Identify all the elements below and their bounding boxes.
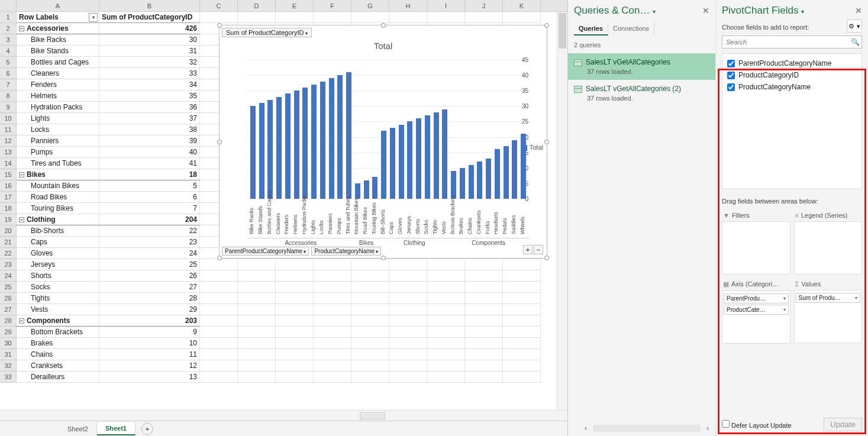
cell[interactable]: Road Bikes	[17, 192, 99, 203]
cell[interactable]: 30	[99, 34, 200, 46]
filters-drop-area[interactable]	[722, 221, 790, 274]
cell[interactable]	[427, 372, 465, 383]
cell[interactable]	[351, 270, 389, 282]
cell[interactable]	[200, 293, 238, 304]
cell[interactable]: 41	[99, 158, 200, 169]
cell[interactable]	[503, 259, 541, 270]
row-header[interactable]: 21	[0, 237, 17, 248]
cell[interactable]	[314, 293, 351, 304]
row-header[interactable]: 23	[0, 259, 17, 270]
cell[interactable]	[389, 372, 427, 383]
cell[interactable]	[465, 327, 503, 338]
cell[interactable]	[238, 360, 276, 372]
row-header[interactable]: 9	[0, 102, 17, 113]
cell[interactable]: Pumps	[17, 147, 99, 158]
cell[interactable]	[389, 12, 427, 23]
chart-bar[interactable]	[451, 171, 456, 199]
cell[interactable]	[351, 259, 389, 270]
chart-bar[interactable]	[434, 112, 439, 199]
connections-tab[interactable]: Connections	[608, 22, 654, 35]
row-header[interactable]: 6	[0, 68, 17, 79]
cell[interactable]: 18	[99, 169, 200, 180]
cell[interactable]	[465, 349, 503, 360]
cell[interactable]: 7	[99, 203, 200, 214]
cell[interactable]	[427, 315, 465, 327]
row-header[interactable]: 30	[0, 338, 17, 349]
cell[interactable]	[238, 12, 276, 23]
area-field-pill[interactable]: ParentProdu…▾	[724, 293, 789, 303]
col-header-h[interactable]: H	[389, 0, 427, 11]
row-header[interactable]: 28	[0, 315, 17, 327]
cell[interactable]	[427, 304, 465, 315]
col-header-d[interactable]: D	[238, 0, 276, 11]
sheet-tab-sheet2[interactable]: Sheet2	[59, 423, 97, 435]
cell[interactable]: Caps	[17, 237, 99, 248]
cell[interactable]: 31	[99, 46, 200, 57]
cell[interactable]: 25	[99, 259, 200, 270]
cell[interactable]: 40	[99, 147, 200, 158]
col-header-b[interactable]: B	[99, 0, 200, 11]
cell[interactable]: Fenders	[17, 79, 99, 91]
cell[interactable]	[465, 282, 503, 293]
cell[interactable]	[314, 372, 351, 383]
chart-bar[interactable]	[381, 131, 386, 199]
cell[interactable]	[389, 270, 427, 282]
cell[interactable]	[389, 327, 427, 338]
chart-bar[interactable]	[460, 168, 465, 199]
row-header[interactable]: 3	[0, 34, 17, 46]
cell[interactable]: Sum of ProductCategoryID	[99, 12, 200, 23]
cell[interactable]: Brakes	[17, 338, 99, 349]
cell[interactable]	[465, 293, 503, 304]
cell[interactable]	[389, 349, 427, 360]
cell[interactable]	[465, 315, 503, 327]
cell[interactable]	[200, 338, 238, 349]
cell[interactable]	[427, 12, 465, 23]
cell[interactable]: Bib-Shorts	[17, 225, 99, 237]
row-header[interactable]: 22	[0, 248, 17, 259]
cell[interactable]	[314, 327, 351, 338]
row-header[interactable]: 14	[0, 158, 17, 169]
chart-axis-button-category[interactable]: ProductCategoryName	[311, 247, 381, 256]
cell[interactable]	[238, 304, 276, 315]
cell[interactable]	[200, 315, 238, 327]
cell[interactable]	[503, 293, 541, 304]
chart-values-field-button[interactable]: Sum of ProductCategoryID	[222, 28, 312, 37]
cell[interactable]: −Components	[17, 315, 99, 327]
row-header[interactable]: 10	[0, 113, 17, 124]
cell[interactable]	[276, 338, 314, 349]
cell[interactable]: Vests	[17, 304, 99, 315]
cell[interactable]	[276, 293, 314, 304]
cell[interactable]: 38	[99, 124, 200, 135]
row-header[interactable]: 4	[0, 46, 17, 57]
cell[interactable]	[503, 315, 541, 327]
chart-bar[interactable]	[364, 180, 369, 199]
axis-drop-area[interactable]: ParentProdu…▾ProductCate…▾	[722, 290, 790, 344]
chart-bar[interactable]	[477, 162, 482, 199]
cell[interactable]	[351, 349, 389, 360]
cell[interactable]	[427, 360, 465, 372]
col-header-g[interactable]: G	[351, 0, 389, 11]
cell[interactable]	[276, 282, 314, 293]
col-header-a[interactable]: A	[17, 0, 99, 11]
cell[interactable]: 13	[99, 372, 200, 383]
cell[interactable]	[389, 360, 427, 372]
cell[interactable]	[314, 282, 351, 293]
chart-bar[interactable]	[355, 183, 360, 199]
cell[interactable]: 33	[99, 68, 200, 79]
cell[interactable]	[200, 304, 238, 315]
chart-bar[interactable]	[486, 159, 491, 199]
col-header-j[interactable]: J	[465, 0, 503, 11]
cell[interactable]	[200, 270, 238, 282]
row-header[interactable]: 16	[0, 180, 17, 192]
select-all-corner[interactable]	[0, 0, 17, 11]
collapse-icon[interactable]: −	[19, 172, 24, 177]
cell[interactable]	[314, 304, 351, 315]
cell[interactable]: 26	[99, 270, 200, 282]
cell[interactable]	[465, 338, 503, 349]
chart-bar[interactable]	[250, 106, 256, 199]
queries-tab[interactable]: Queries	[574, 22, 608, 35]
cell[interactable]	[276, 372, 314, 383]
queries-pane-close-button[interactable]: ✕	[702, 6, 709, 15]
cell[interactable]	[276, 304, 314, 315]
cell[interactable]	[276, 315, 314, 327]
